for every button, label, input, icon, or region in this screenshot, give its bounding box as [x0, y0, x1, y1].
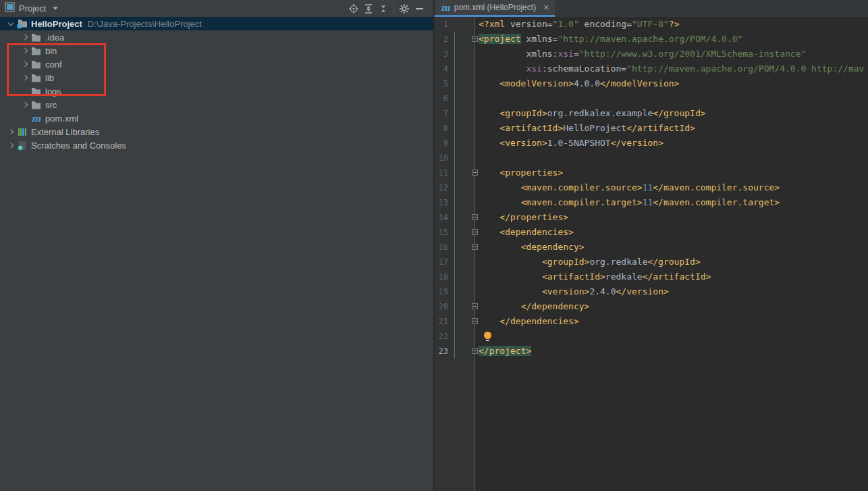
code-text: </dependency>: [479, 299, 589, 314]
settings-gear-icon[interactable]: [397, 1, 412, 16]
tree-row-helloproject[interactable]: HelloProjectD:\Java-Projects\HelloProjec…: [0, 17, 433, 30]
tree-item-label: pom.xml: [45, 113, 78, 124]
editor-line[interactable]: 10: [435, 151, 868, 165]
collapse-all-button[interactable]: [376, 1, 391, 16]
line-number: 14: [435, 210, 448, 225]
editor-line[interactable]: 11 <properties>: [435, 165, 868, 180]
tree-row-src[interactable]: src: [0, 98, 433, 111]
chevron-down-icon[interactable]: [5, 18, 16, 29]
chevron-down-icon: [53, 7, 58, 10]
editor-line[interactable]: 22: [435, 329, 868, 344]
project-path: D:\Java-Projects\HelloProject: [88, 19, 202, 29]
chevron-right-icon[interactable]: [20, 99, 30, 110]
editor-line[interactable]: 18 <artifactId>redkale</artifactId>: [435, 269, 868, 284]
folder-icon: [30, 45, 42, 56]
fold-start-icon[interactable]: [472, 36, 478, 42]
line-number: 2: [435, 32, 448, 47]
tab-pom-xml[interactable]: m pom.xml (HelloProject) ×: [435, 0, 555, 17]
chevron-right-icon[interactable]: [20, 72, 30, 83]
editor-line[interactable]: 13 <maven.compiler.target>11</maven.comp…: [435, 195, 868, 210]
tree-item-label: logs: [45, 86, 61, 97]
code-text: <artifactId>HelloProject</artifactId>: [479, 121, 695, 136]
chevron-spacer: [20, 113, 30, 124]
intention-bulb-icon[interactable]: [484, 332, 491, 341]
code-text: <version>2.4.0</version>: [479, 284, 669, 299]
expand-all-button[interactable]: [361, 1, 376, 16]
fold-end-icon[interactable]: [472, 318, 478, 324]
line-number: 22: [435, 329, 448, 344]
code-text: </project>: [479, 344, 531, 359]
line-number: 15: [435, 225, 448, 240]
code-text: <dependency>: [479, 240, 585, 255]
fold-start-icon[interactable]: [472, 244, 478, 250]
editor-line[interactable]: 1<?xml version="1.0" encoding="UTF-8"?>: [435, 17, 868, 32]
close-tab-icon[interactable]: ×: [543, 3, 549, 12]
editor-line[interactable]: 16 <dependency>: [435, 240, 868, 255]
editor-line[interactable]: 23</project>: [435, 344, 868, 359]
code-editor[interactable]: 1<?xml version="1.0" encoding="UTF-8"?>2…: [435, 17, 868, 491]
line-number: 18: [435, 269, 448, 284]
editor-line[interactable]: 19 <version>2.4.0</version>: [435, 284, 868, 299]
editor-line[interactable]: 5 <modelVersion>4.0.0</modelVersion>: [435, 76, 868, 91]
code-text: <properties>: [479, 165, 563, 180]
editor-panel: m pom.xml (HelloProject) × 1<?xml versio…: [435, 0, 868, 491]
chevron-right-icon[interactable]: [5, 140, 16, 151]
line-number: 20: [435, 299, 448, 314]
tree-row-logs[interactable]: logs: [0, 84, 433, 98]
tree-item-label: conf: [45, 59, 62, 70]
editor-line[interactable]: 8 <artifactId>HelloProject</artifactId>: [435, 121, 868, 136]
code-text: <groupId>org.redkalex.example</groupId>: [479, 106, 706, 121]
hide-panel-button[interactable]: [412, 1, 427, 16]
editor-line[interactable]: 15 <dependencies>: [435, 225, 868, 240]
editor-line[interactable]: 12 <maven.compiler.source>11</maven.comp…: [435, 180, 868, 195]
editor-line[interactable]: 9 <version>1.0-SNAPSHOT</version>: [435, 136, 868, 151]
project-view-selector[interactable]: Project: [5, 2, 58, 15]
editor-line[interactable]: 6: [435, 91, 868, 106]
line-number: 7: [435, 106, 448, 121]
fold-end-icon[interactable]: [472, 348, 478, 354]
editor-line[interactable]: 7 <groupId>org.redkalex.example</groupId…: [435, 106, 868, 121]
tree-row-lib[interactable]: lib: [0, 71, 433, 84]
code-text: <artifactId>redkale</artifactId>: [479, 269, 711, 284]
editor-line[interactable]: 3 xmlns:xsi="http://www.w3.org/2001/XMLS…: [435, 47, 868, 61]
locate-file-button[interactable]: [346, 1, 361, 16]
tree-row-external-libraries[interactable]: External Libraries: [0, 125, 433, 138]
project-tool-window-icon: [5, 2, 15, 15]
chevron-right-icon[interactable]: [20, 59, 30, 70]
tree-row-conf[interactable]: conf: [0, 57, 433, 71]
tree-row-pom-xml[interactable]: mpom.xml: [0, 111, 433, 125]
chevron-right-icon[interactable]: [5, 126, 16, 137]
tree-row-bin[interactable]: bin: [0, 44, 433, 57]
fold-end-icon[interactable]: [472, 303, 478, 309]
tree-row--idea[interactable]: .idea: [0, 30, 433, 44]
fold-end-icon[interactable]: [472, 214, 478, 220]
code-text: </properties>: [479, 210, 568, 225]
scratches-icon: [16, 140, 28, 151]
chevron-right-icon[interactable]: [20, 32, 30, 43]
folder-icon: [30, 32, 42, 43]
editor-line[interactable]: 2<project xmlns="http://maven.apache.org…: [435, 32, 868, 47]
line-number: 6: [435, 91, 448, 106]
code-text: <maven.compiler.target>11</maven.compile…: [479, 195, 780, 210]
fold-start-icon[interactable]: [472, 170, 478, 176]
tree-row-scratches-and-consoles[interactable]: Scratches and Consoles: [0, 138, 433, 152]
editor-line[interactable]: 17 <groupId>org.redkale</groupId>: [435, 255, 868, 269]
editor-line[interactable]: 14 </properties>: [435, 210, 868, 225]
folder-icon: [30, 86, 42, 97]
code-text: xmlns:xsi="http://www.w3.org/2001/XMLSch…: [479, 47, 806, 61]
tree-item-label: HelloProject: [31, 19, 82, 29]
editor-line[interactable]: 4 xsi:schemaLocation="http://maven.apach…: [435, 61, 868, 76]
line-number: 17: [435, 255, 448, 269]
line-number: 5: [435, 76, 448, 91]
editor-line[interactable]: 21 </dependencies>: [435, 314, 868, 329]
line-number: 19: [435, 284, 448, 299]
tree-item-label: src: [45, 100, 57, 110]
chevron-right-icon[interactable]: [20, 45, 30, 56]
folder-icon: [30, 59, 42, 70]
editor-line[interactable]: 20 </dependency>: [435, 299, 868, 314]
tree-item-label: Scratches and Consoles: [31, 140, 126, 151]
fold-start-icon[interactable]: [472, 229, 478, 235]
project-tree: HelloProjectD:\Java-Projects\HelloProjec…: [0, 17, 433, 152]
line-number: 4: [435, 61, 448, 76]
library-icon: [16, 126, 28, 137]
